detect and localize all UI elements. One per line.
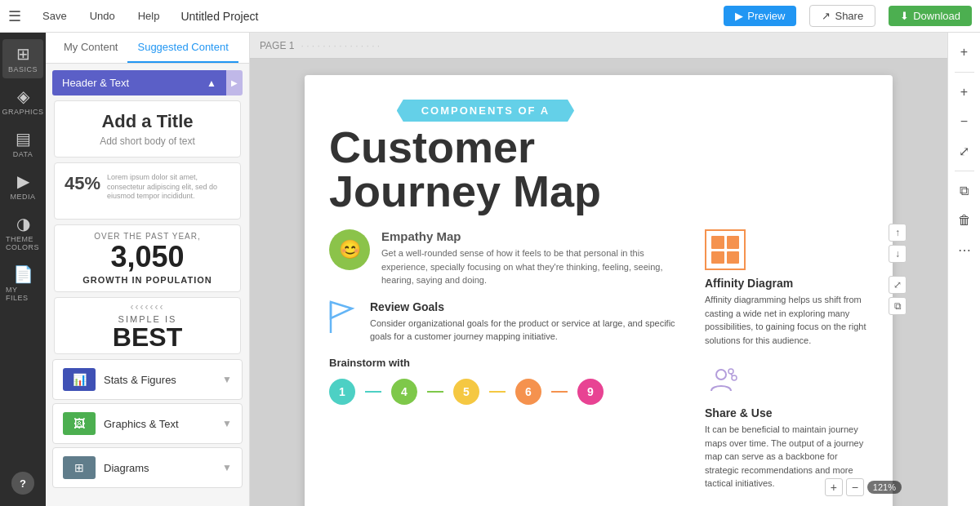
card-subtitle: Add short body of text bbox=[65, 135, 230, 147]
journey-num-9: 9 bbox=[577, 379, 604, 405]
affinity-icon bbox=[705, 229, 746, 270]
download-button[interactable]: ⬇ Download bbox=[889, 6, 972, 26]
review-goals-section: Review Goals Consider organizational goa… bbox=[329, 300, 688, 344]
files-icon: 📄 bbox=[13, 264, 33, 284]
rt-trash-button[interactable]: 🗑 bbox=[951, 207, 978, 233]
canvas-area: PAGE 1 · · · · · · · · · · · · · · · Com… bbox=[250, 33, 947, 506]
template-card-title[interactable]: Add a Title Add short body of text bbox=[54, 100, 241, 158]
basics-icon: ⊞ bbox=[16, 44, 30, 64]
section-btn-diagrams[interactable]: ⊞ Diagrams ▼ bbox=[52, 447, 243, 488]
flag-area bbox=[329, 300, 359, 333]
stats-label: Stats & Figures bbox=[104, 374, 214, 386]
stats-lorem: Lorem ipsum dolor sit amet, consectetur … bbox=[107, 173, 230, 202]
vnav-copy-button[interactable]: ⧉ bbox=[889, 297, 906, 315]
growth-caption: Growth in Population bbox=[61, 275, 234, 285]
empathy-content: Empathy Map Get a well-rounded sense of … bbox=[381, 229, 688, 287]
chevron-right-icon-3: ▼ bbox=[222, 462, 232, 473]
zoom-level: 121% bbox=[867, 481, 902, 494]
template-card-simple[interactable]: ‹‹‹‹‹‹‹ Simple is BEST bbox=[54, 297, 241, 354]
sidebar-label-basics: Basics bbox=[8, 65, 38, 73]
undo-button[interactable]: Undo bbox=[85, 8, 120, 24]
rt-fit-button[interactable]: ⤢ bbox=[951, 138, 978, 164]
sidebar-item-media[interactable]: ▶ Media bbox=[2, 166, 43, 206]
menu-icon[interactable]: ☰ bbox=[8, 7, 21, 25]
sidebar-item-theme[interactable]: ◑ Theme Colors bbox=[2, 209, 43, 256]
help-button-global[interactable]: ? bbox=[11, 472, 34, 495]
chevron-right-icon: ▼ bbox=[222, 374, 232, 385]
template-card-stats[interactable]: 45% Lorem ipsum dolor sit amet, consecte… bbox=[54, 162, 241, 220]
zoom-in-button[interactable]: + bbox=[825, 478, 843, 496]
vnav-fit-button[interactable]: ⤢ bbox=[889, 276, 906, 294]
svg-marker-0 bbox=[331, 302, 352, 318]
sidebar-item-graphics[interactable]: ◈ Graphics bbox=[2, 82, 43, 121]
media-icon: ▶ bbox=[17, 171, 29, 191]
project-title: Untitled Project bbox=[180, 10, 258, 23]
empathy-section: 😊 Empathy Map Get a well-rounded sense o… bbox=[329, 229, 688, 287]
stats-percentage: 45% bbox=[65, 173, 100, 194]
share-title: Share & Use bbox=[705, 406, 868, 419]
journey-numbers: 1 4 5 6 9 bbox=[329, 379, 688, 405]
review-goals-content: Review Goals Consider organizational goa… bbox=[370, 300, 688, 344]
help-button[interactable]: Help bbox=[133, 8, 165, 24]
page-indicator: PAGE 1 bbox=[260, 40, 294, 51]
tab-my-content[interactable]: My Content bbox=[54, 33, 127, 63]
section-label: Header & Text bbox=[62, 77, 129, 89]
journey-num-4: 4 bbox=[391, 379, 417, 405]
brainstorm-label: Brainstorm with bbox=[329, 357, 688, 369]
big-number: 3,050 bbox=[61, 242, 234, 272]
vnav-down-button[interactable]: ↓ bbox=[889, 245, 906, 263]
affinity-title: Affinity Diagram bbox=[705, 277, 868, 290]
sidebar-label-files: My Files bbox=[6, 286, 40, 302]
section-btn-graphics[interactable]: 🖼 Graphics & Text ▼ bbox=[52, 403, 243, 444]
canvas-scroll[interactable]: Components of a Customer Journey Map bbox=[250, 59, 947, 506]
download-icon: ⬇ bbox=[900, 10, 909, 22]
panel-scroll[interactable]: Header & Text ▲ ▶ Add a Title Add short … bbox=[46, 64, 249, 506]
sidebar-label-graphics: Graphics bbox=[2, 108, 44, 116]
rt-copy-button[interactable]: ⧉ bbox=[951, 178, 978, 204]
share-button[interactable]: ↗ Share bbox=[809, 5, 875, 27]
empathy-title: Empathy Map bbox=[381, 229, 688, 243]
graphics-thumb: 🖼 bbox=[63, 412, 96, 435]
preview-icon: ▶ bbox=[735, 10, 743, 22]
save-button[interactable]: Save bbox=[38, 8, 72, 24]
vnav-up-button[interactable]: ↑ bbox=[889, 224, 906, 242]
section-btn-stats[interactable]: 📊 Stats & Figures ▼ bbox=[52, 359, 243, 400]
diagrams-thumb: ⊞ bbox=[63, 456, 96, 479]
content-tabs: My Content Suggested Content bbox=[46, 33, 249, 64]
canvas-vnav: ↑ ↓ ⤢ ⧉ bbox=[889, 224, 906, 315]
rt-zoom-out-button[interactable]: − bbox=[951, 109, 978, 135]
sidebar-item-files[interactable]: 📄 My Files bbox=[2, 260, 43, 307]
template-card-big-number[interactable]: Over the past year, 3,050 Growth in Popu… bbox=[54, 224, 241, 292]
share-person-icon bbox=[705, 363, 868, 402]
preview-button[interactable]: ▶ Preview bbox=[724, 6, 796, 26]
empathy-text: Get a well-rounded sense of how it feels… bbox=[381, 246, 688, 287]
sidebar: ⊞ Basics ◈ Graphics ▤ Data ▶ Media ◑ The… bbox=[0, 33, 46, 506]
ig-header: Components of a Customer Journey Map bbox=[329, 100, 868, 213]
affinity-box: Affinity Diagram Affinity diagramming he… bbox=[705, 229, 868, 347]
sidebar-label-media: Media bbox=[10, 193, 35, 201]
empathy-smiley: 😊 bbox=[329, 229, 370, 270]
right-tools-panel: + + − ⤢ ⧉ 🗑 ⋯ bbox=[947, 33, 980, 506]
rt-more-button[interactable]: ⋯ bbox=[951, 237, 978, 263]
sidebar-item-data[interactable]: ▤ Data bbox=[2, 124, 43, 163]
diagrams-label: Diagrams bbox=[104, 462, 214, 474]
stats-thumb: 📊 bbox=[63, 368, 96, 391]
header-text-section[interactable]: Header & Text ▲ bbox=[52, 70, 226, 95]
rt-zoom-in-button[interactable]: + bbox=[951, 79, 978, 105]
panel-nav-button[interactable]: ▶ bbox=[226, 70, 243, 95]
share-box: Share & Use It can be beneficial to main… bbox=[705, 363, 868, 490]
svg-point-2 bbox=[716, 370, 726, 380]
journey-num-5: 5 bbox=[453, 379, 479, 405]
zoom-out-button[interactable]: − bbox=[846, 478, 864, 496]
chevron-right-icon-2: ▼ bbox=[222, 418, 232, 429]
infographic-canvas[interactable]: Components of a Customer Journey Map bbox=[305, 75, 893, 506]
zoom-controls: + − 121% bbox=[825, 478, 902, 496]
journey-num-1: 1 bbox=[329, 379, 355, 405]
rt-separator-1 bbox=[955, 72, 974, 73]
canvas-toolbar: PAGE 1 · · · · · · · · · · · · · · · bbox=[250, 33, 947, 59]
content-panel: My Content Suggested Content Header & Te… bbox=[46, 33, 250, 506]
rt-add-button[interactable]: + bbox=[951, 39, 978, 65]
tab-suggested-content[interactable]: Suggested Content bbox=[127, 33, 238, 63]
sidebar-item-basics[interactable]: ⊞ Basics bbox=[2, 39, 43, 78]
svg-line-5 bbox=[731, 374, 733, 376]
